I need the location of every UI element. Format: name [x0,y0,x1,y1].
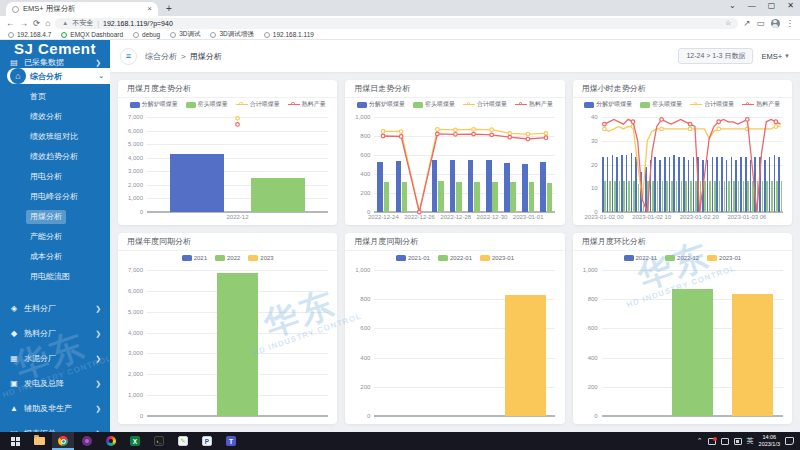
browser-menu-icon[interactable]: ⋮ [786,16,795,30]
browser-profile-avatar[interactable] [771,19,780,28]
legend-item[interactable]: 分解炉喂煤量 [584,100,632,109]
security-warning-icon[interactable]: ▲ [62,20,68,26]
legend-item[interactable]: 分解炉喂煤量 [130,100,178,109]
hamburger-menu-icon[interactable]: ≡ [120,48,137,65]
taskbar-clock[interactable]: 14:06 2023/1/3 [759,434,780,448]
tray-display-icon[interactable] [721,438,729,445]
line-熟料产量[interactable] [604,119,780,212]
bookmark-item[interactable]: 3D调试 [170,30,200,39]
legend-item[interactable]: 2022-12 [665,255,699,261]
line-point-marker[interactable] [659,118,663,122]
line-point-marker[interactable] [472,132,476,136]
tray-expand-chevron-icon[interactable]: ⌃ [697,437,703,445]
url-text[interactable]: 192.168.1.119/?p=940 [103,20,173,27]
chart-plot[interactable]: 0102030402023-01-02 002023-01-02 102023-… [576,111,789,223]
side-panel-icon[interactable]: ▭ [756,16,764,30]
taskbar-app-teams[interactable]: T [220,432,242,450]
sidebar-subitem[interactable]: 用电峰谷分析 [0,187,110,207]
legend-item[interactable]: 2023 [248,255,273,261]
new-tab-button[interactable]: + [166,2,172,16]
chart-plot[interactable]: 02004006008001,0002022-12-242022-12-2620… [348,111,561,223]
legend-item[interactable]: 分解炉喂煤量 [357,100,405,109]
line-point-marker[interactable] [688,127,692,131]
line-point-marker[interactable] [774,125,778,129]
line-point-marker[interactable] [382,134,386,138]
sidebar-subitem[interactable]: 绩效班组对比 [0,127,110,147]
bar-2023-01[interactable] [505,295,546,416]
line-point-marker[interactable] [472,128,476,132]
line-point-marker[interactable] [454,132,458,136]
line-point-marker[interactable] [526,132,530,136]
line-point-marker[interactable] [774,120,778,124]
user-app-menu[interactable]: EMS+ ▼ [761,52,790,61]
line-point-marker[interactable] [436,132,440,136]
line-point-marker[interactable] [508,135,512,139]
line-point-marker[interactable] [490,133,494,137]
bookmark-item[interactable]: debug [133,31,160,38]
line-熟料产量[interactable] [383,134,546,212]
action-center-icon[interactable] [785,437,794,445]
chart-plot[interactable]: 01,0002,0003,0004,0005,0006,0007,000 [121,264,334,422]
sidebar-group-item[interactable]: ▦水泥分厂❯ [0,346,110,371]
bookmark-item[interactable]: 192.168.1.119 [264,31,314,38]
home-icon[interactable]: ⌂ [45,16,50,30]
sidebar-group-item[interactable]: ▲辅助及非生产❯ [0,396,110,421]
taskbar-app-chrome[interactable] [52,432,74,450]
tab-close-icon[interactable]: × [147,5,152,13]
line-point-marker[interactable] [436,128,440,132]
line-point-marker[interactable] [631,120,635,124]
legend-item[interactable]: 2023-01 [480,255,514,261]
legend-item[interactable]: 合计喂煤量 [236,100,280,109]
chart-plot[interactable]: 02004006008001,000 [576,264,789,422]
sidebar-subitem[interactable]: 用电能流图 [0,267,110,287]
breadcrumb-section[interactable]: 综合分析 [145,51,177,62]
line-point-marker[interactable] [544,132,548,136]
bar-2022[interactable] [217,273,258,416]
bar-2022-12[interactable] [672,289,713,416]
line-point-marker[interactable] [602,127,606,131]
legend-item[interactable]: 2023-01 [707,255,741,261]
legend-item[interactable]: 窑头喂煤量 [640,100,682,109]
bookmark-item[interactable]: EMQX Dashboard [61,31,123,38]
legend-item[interactable]: 窑头喂煤量 [186,100,228,109]
sidebar-subitem[interactable]: 绩效分析 [0,107,110,127]
line-point-marker[interactable] [688,122,692,126]
line-point-marker[interactable] [382,130,386,134]
sidebar-item-collected-data[interactable]: ▤ 已采集数据 ❯ [0,57,110,68]
line-point-marker[interactable] [602,122,606,126]
sidebar-subitem[interactable]: 用电分析 [0,167,110,187]
legend-item[interactable]: 熟料产量 [288,100,326,109]
tab-search-chevron-icon[interactable]: ⌄ [729,1,736,10]
legend-item[interactable]: 合计喂煤量 [463,100,507,109]
legend-item[interactable]: 熟料产量 [515,100,553,109]
line-point-marker[interactable] [717,120,721,124]
sidebar-subitem[interactable]: 首页 [0,87,110,107]
taskbar-app-excel[interactable]: X [124,432,146,450]
line-point-marker[interactable] [717,127,721,131]
taskbar-app-terminal[interactable]: ›_ [148,432,170,450]
line-point-marker[interactable] [745,118,749,122]
bar-2023-01[interactable] [732,294,773,416]
taskbar-app-explorer[interactable] [28,432,50,450]
line-point-marker[interactable] [526,137,530,141]
share-icon[interactable]: ↗ [743,16,750,30]
taskbar-app-color-wheel[interactable] [100,432,122,450]
sidebar-subitem[interactable]: 用煤分析 [0,207,110,227]
taskbar-app-notepad[interactable]: ✎ [172,432,194,450]
line-point-marker[interactable] [400,135,404,139]
back-icon[interactable]: ← [6,16,15,30]
legend-item[interactable]: 2021 [182,255,207,261]
line-point-marker[interactable] [508,132,512,136]
legend-item[interactable]: 2022 [215,255,240,261]
security-label[interactable]: 不安全 [72,18,93,28]
line-point-marker[interactable] [400,130,404,134]
sidebar-item-comprehensive-analysis[interactable]: ⌂ 综合分析 ⌄ [7,68,110,84]
taskbar-app-purple[interactable] [76,432,98,450]
line-合计喂煤量[interactable] [383,129,546,212]
forward-icon[interactable]: → [20,16,29,30]
address-bar[interactable]: ▲ 不安全 | 192.168.1.119/?p=940 ☆ [55,18,738,29]
window-close-button[interactable]: ✕ [787,1,794,10]
bookmark-item[interactable]: 192.168.4.7 [8,31,51,38]
chart-plot[interactable]: 01,0002,0003,0004,0005,0006,0007,0002022… [121,111,334,223]
legend-item[interactable]: 合计喂煤量 [690,100,734,109]
